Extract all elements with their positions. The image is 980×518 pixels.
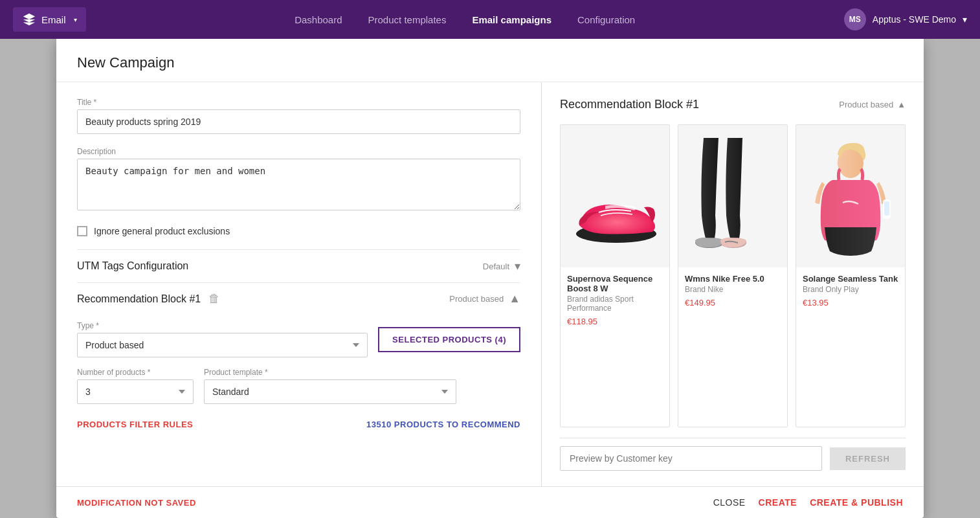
type-select-wrapper: Type * Product based [77, 321, 368, 357]
rec-block-title: Recommendation Block #1 [77, 293, 201, 305]
page-background: New Campaign Title * Description Beauty … [0, 39, 980, 518]
product-card-2: Wmns Nike Free 5.0 Brand Nike €149.95 [678, 124, 788, 427]
title-input[interactable] [77, 109, 520, 134]
user-dropdown-icon: ▾ [963, 14, 967, 25]
user-name: Apptus - SWE Demo [873, 14, 956, 25]
ignore-exclusions-row: Ignore general product exclusions [77, 226, 520, 236]
refresh-button[interactable]: REFRESH [830, 447, 906, 470]
ignore-exclusions-label: Ignore general product exclusions [94, 226, 230, 236]
create-publish-button[interactable]: CREATE & PUBLISH [810, 497, 903, 508]
rec-block-tag: Product based [449, 294, 504, 304]
preview-footer: REFRESH [560, 438, 906, 471]
product-card-3: Solange Seamless Tank Brand Only Play €1… [796, 124, 906, 427]
modal-header: New Campaign [56, 39, 924, 82]
rec-block-content: Type * Product based SELECTED PRODUCTS (… [77, 315, 520, 441]
num-products-label: Number of products * [77, 368, 194, 377]
app-dropdown-icon: ▾ [74, 16, 77, 23]
products-grid: Supernova Sequence Boost 8 W Brand adida… [560, 124, 906, 427]
email-app-button[interactable]: Email ▾ [13, 7, 86, 32]
filter-rules-row: PRODUCTS FILTER RULES 13510 PRODUCTS TO … [77, 414, 520, 434]
product-name-1: Supernova Sequence Boost 8 W [567, 274, 663, 293]
footer-actions: CLOSE CREATE CREATE & PUBLISH [713, 497, 903, 508]
product-image-1 [561, 125, 669, 267]
product-price-1: €118.95 [567, 317, 663, 326]
utm-tag: Default [483, 262, 509, 271]
modification-status: MODIFICATION NOT SAVED [77, 498, 196, 508]
ignore-exclusions-checkbox[interactable] [77, 226, 87, 236]
rec-block-chevron-icon[interactable]: ▲ [509, 292, 520, 306]
preview-title: Recommendation Block #1 [560, 98, 699, 111]
product-price-3: €13.95 [803, 298, 898, 308]
preview-header: Recommendation Block #1 Product based ▲ [560, 98, 906, 111]
title-group: Title * [77, 98, 520, 134]
product-params-row: Number of products * 3 Product template … [77, 368, 520, 404]
top-navigation: Email ▾ Dashboard Product templates Emai… [0, 0, 980, 39]
avatar: MS [844, 8, 866, 30]
product-template-group: Product template * Standard [204, 368, 456, 404]
selected-products-button[interactable]: SELECTED PRODUCTS (4) [378, 327, 520, 352]
utm-section-right: Default ▾ [483, 259, 520, 273]
rec-block-right: Product based ▲ [449, 292, 520, 306]
new-campaign-modal: New Campaign Title * Description Beauty … [56, 39, 924, 518]
filter-rules-link[interactable]: PRODUCTS FILTER RULES [77, 420, 193, 429]
title-label: Title * [77, 98, 520, 107]
product-image-3 [796, 125, 905, 267]
tank-svg [799, 131, 902, 261]
left-panel: Title * Description Beauty campaign for … [56, 82, 542, 486]
close-button[interactable]: CLOSE [713, 497, 746, 508]
product-name-3: Solange Seamless Tank [803, 274, 898, 284]
product-brand-3: Brand Only Play [803, 285, 898, 294]
customer-key-input[interactable] [560, 446, 822, 471]
type-row: Type * Product based SELECTED PRODUCTS (… [77, 321, 520, 357]
nav-product-templates[interactable]: Product templates [368, 14, 447, 25]
utm-section-header[interactable]: UTM Tags Configuration Default ▾ [77, 249, 520, 282]
rec-block-header: Recommendation Block #1 🗑 Product based … [77, 282, 520, 315]
preview-tag-label: Product based [839, 100, 893, 109]
product-template-label: Product template * [204, 368, 456, 377]
modal-title: New Campaign [77, 54, 903, 71]
create-button[interactable]: CREATE [759, 497, 797, 508]
product-info-2: Wmns Nike Free 5.0 Brand Nike €149.95 [678, 267, 787, 317]
svg-rect-5 [884, 201, 889, 216]
rec-block-title-area: Recommendation Block #1 🗑 [77, 292, 220, 306]
utm-title: UTM Tags Configuration [77, 260, 188, 272]
description-input[interactable]: Beauty campaign for men and women [77, 159, 520, 210]
preview-tag-row: Product based ▲ [839, 100, 906, 109]
nav-links: Dashboard Product templates Email campai… [295, 14, 635, 25]
product-template-select[interactable]: Standard [204, 379, 456, 404]
product-brand-1: Brand adidas Sport Performance [567, 295, 663, 313]
product-info-3: Solange Seamless Tank Brand Only Play €1… [796, 267, 905, 317]
right-panel: Recommendation Block #1 Product based ▲ [542, 82, 924, 486]
preview-chevron-icon: ▲ [897, 100, 906, 109]
product-price-2: €149.95 [685, 298, 781, 308]
modal-footer: MODIFICATION NOT SAVED CLOSE CREATE CREA… [56, 486, 924, 518]
shoe-svg [563, 138, 667, 254]
type-select[interactable]: Product based [77, 333, 368, 357]
num-products-group: Number of products * 3 [77, 368, 194, 404]
description-label: Description [77, 147, 520, 156]
app-name-label: Email [41, 14, 66, 25]
description-group: Description Beauty campaign for men and … [77, 147, 520, 213]
nav-configuration[interactable]: Configuration [577, 14, 635, 25]
type-label: Type * [77, 321, 368, 330]
nav-dashboard[interactable]: Dashboard [295, 14, 342, 25]
trash-icon[interactable]: 🗑 [208, 292, 220, 306]
product-name-2: Wmns Nike Free 5.0 [685, 274, 781, 284]
app-logo-icon [22, 12, 36, 27]
product-image-2 [678, 125, 787, 267]
product-info-1: Supernova Sequence Boost 8 W Brand adida… [561, 267, 669, 335]
product-brand-2: Brand Nike [685, 285, 781, 294]
num-products-select[interactable]: 3 [77, 379, 194, 404]
nav-email-campaigns[interactable]: Email campaigns [472, 14, 551, 25]
modal-body: Title * Description Beauty campaign for … [56, 82, 924, 486]
products-count: 13510 PRODUCTS TO RECOMMEND [366, 420, 520, 429]
user-menu[interactable]: MS Apptus - SWE Demo ▾ [844, 8, 967, 30]
utm-chevron-icon: ▾ [515, 259, 520, 273]
product-card-1: Supernova Sequence Boost 8 W Brand adida… [560, 124, 670, 427]
leggings-svg [681, 138, 785, 254]
